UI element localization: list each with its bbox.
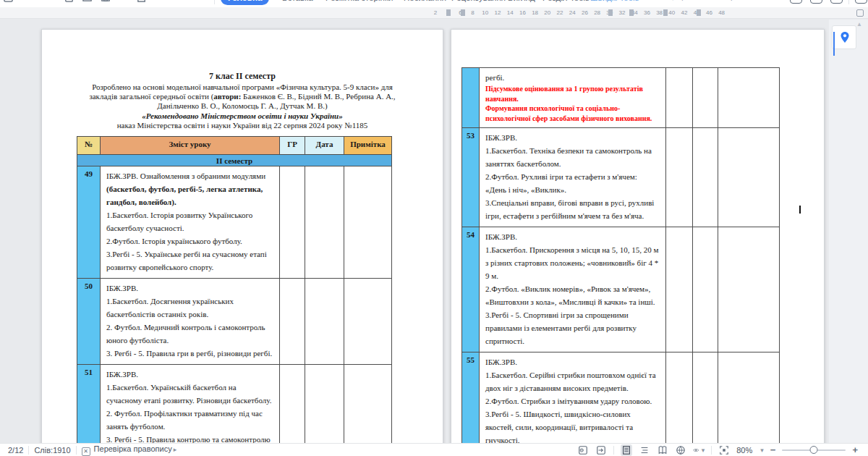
spellcheck-toggle[interactable]: ✕Перевірка правопису▸ xyxy=(77,444,182,456)
statusbar: 2/12 Слів:1910 ✕Перевірка правопису▸ ▾ 8… xyxy=(0,443,868,456)
gr-cell[interactable] xyxy=(280,279,305,365)
ruler-number: 26 xyxy=(582,9,588,16)
menu-tab-0[interactable]: Головна xyxy=(221,0,269,5)
ruler-table-marker[interactable] xyxy=(697,9,701,16)
open-icon[interactable] xyxy=(82,0,93,3)
gr-cell[interactable] xyxy=(666,227,693,352)
print-layout-view-icon[interactable] xyxy=(621,444,632,456)
gr-cell[interactable] xyxy=(280,166,305,279)
lesson-paragraph: ІБЖ.ЗРВ. Ознайомлення з обраними модулям… xyxy=(106,169,273,208)
spellcheck-label: Перевірка правопису xyxy=(94,444,172,453)
lesson-content-cell[interactable]: ІБЖ.ЗРВ.1.Баскетбол. Серійні стрибки пош… xyxy=(480,352,666,444)
page-indicator[interactable]: 2/12 xyxy=(3,446,28,455)
menubar-divider xyxy=(214,0,215,4)
lesson-row: 54ІБЖ.ЗРВ.1.Баскетбол. Прискорення з міс… xyxy=(462,227,780,352)
zoom-caret-icon[interactable]: ▾ xyxy=(759,447,764,454)
ruler-table-marker[interactable] xyxy=(629,9,634,16)
reading-eye-icon[interactable]: ▾ xyxy=(693,444,705,456)
date-cell[interactable] xyxy=(693,227,718,352)
undo-icon[interactable] xyxy=(168,0,179,3)
date-cell[interactable] xyxy=(305,279,344,365)
lesson-paragraph: 3.Регбі - 5. Швидкості, швидкісно-силови… xyxy=(485,408,660,443)
gr-cell[interactable] xyxy=(666,68,693,128)
gr-cell[interactable] xyxy=(666,352,693,444)
print-icon[interactable] xyxy=(118,0,129,3)
ruler-table-marker[interactable] xyxy=(446,9,451,16)
date-cell[interactable] xyxy=(305,365,344,444)
schedule-table-page2[interactable]: регбі.Підсумкове оцінювання за 1 групою … xyxy=(461,67,780,443)
note-cell[interactable] xyxy=(718,352,780,444)
menu-tab-2[interactable]: Розмітка сторінки xyxy=(318,0,400,5)
column-header-4: Примітка xyxy=(344,137,392,155)
gr-cell[interactable] xyxy=(280,365,305,444)
fit-page-icon[interactable] xyxy=(718,444,730,456)
search-placeholder: Скажіть, що ви хочете зробити xyxy=(643,0,757,1)
ruler-toggle-icon[interactable] xyxy=(856,9,864,17)
note-cell[interactable] xyxy=(344,166,392,279)
redo-icon[interactable] xyxy=(190,0,200,3)
document-page-2[interactable]: регбі.Підсумкове оцінювання за 1 групою … xyxy=(451,29,825,443)
lesson-content-cell[interactable]: ІБЖ.ЗРВ.1.Баскетбол. Досягнення українсь… xyxy=(101,279,280,365)
zoom-value[interactable]: 80% xyxy=(736,446,752,455)
outline-view-icon[interactable] xyxy=(639,444,650,456)
app-menu-icon[interactable] xyxy=(3,0,14,3)
note-cell[interactable] xyxy=(718,227,780,352)
horizontal-ruler[interactable]: 2468101214161820222426283032343638404244… xyxy=(0,7,868,19)
lesson-text-segment: 3.Регбі - 5. Швидкості, швидкісно-силови… xyxy=(485,410,633,443)
document-page-1[interactable]: 7 клас II семестр Розроблено на основі м… xyxy=(41,29,443,443)
toolbar-window-icon-1[interactable] xyxy=(790,0,802,4)
doc-recommendation-line: «Рекомендовано Міністерством освіти і на… xyxy=(42,111,443,121)
lesson-content-cell[interactable]: ІБЖ.ЗРВ.1.Баскетбол. Українській баскетб… xyxy=(101,365,280,444)
lesson-content-cell[interactable]: ІБЖ.ЗРВ.1.Баскетбол. Техніка безпеки та … xyxy=(480,128,666,227)
ruler-table-marker[interactable] xyxy=(461,9,465,16)
lesson-paragraph: ІБЖ.ЗРВ. xyxy=(485,230,660,243)
ruler-number: 16 xyxy=(519,9,526,16)
lesson-content-cell[interactable]: ІБЖ.ЗРВ.1.Баскетбол. Прискорення з місця… xyxy=(480,227,666,352)
search-box[interactable]: ⌕Скажіть, що ви хочете зробити xyxy=(635,0,757,1)
save-icon[interactable] xyxy=(100,0,111,3)
date-cell[interactable] xyxy=(305,166,344,279)
lesson-content-cell[interactable]: ІБЖ.ЗРВ. Ознайомлення з обраними модулям… xyxy=(101,166,280,279)
page-history-icon[interactable] xyxy=(577,444,589,456)
lesson-text-segment: 3. Регбі - 5. Правила контролю та самоко… xyxy=(106,435,271,443)
lesson-text-segment: 3.Спеціальні вправи, бігові вправи в рус… xyxy=(485,198,654,220)
ruler-number: 40 xyxy=(668,9,675,16)
lesson-text-segment: ІБЖ.ЗРВ. xyxy=(485,133,517,142)
lesson-content-cell[interactable]: регбі.Підсумкове оцінювання за 1 групою … xyxy=(480,68,666,128)
ruler-number: 18 xyxy=(532,9,538,16)
toolbar-window-icon-4[interactable] xyxy=(855,0,867,4)
document-canvas[interactable]: 7 клас II семестр Розроблено на основі м… xyxy=(0,20,829,443)
gr-cell[interactable] xyxy=(666,128,693,227)
goto-page-icon[interactable] xyxy=(595,444,607,456)
toolbar-window-icon-2[interactable] xyxy=(810,0,822,4)
word-count[interactable]: Слів:1910 xyxy=(29,446,75,455)
book-view-icon[interactable] xyxy=(657,444,668,456)
schedule-table-page1[interactable]: №Зміст урокуГРДатаПриміткаII семестр49ІБ… xyxy=(77,136,392,443)
preview-icon[interactable] xyxy=(136,0,147,3)
date-cell[interactable] xyxy=(693,68,718,128)
zoom-in-icon[interactable]: + xyxy=(852,444,858,455)
doc-title: 7 клас II семестр xyxy=(42,30,443,82)
date-cell[interactable] xyxy=(693,352,718,444)
ruler-number: 2 xyxy=(434,9,437,16)
zoom-slider-knob[interactable] xyxy=(810,446,818,454)
note-cell[interactable] xyxy=(344,279,392,365)
note-cell[interactable] xyxy=(718,68,780,128)
navigation-pin-button[interactable] xyxy=(832,25,856,49)
web-view-icon[interactable] xyxy=(675,444,686,456)
lesson-text-segment: 3. Регбі - 5. Правила гри в регбі, різно… xyxy=(106,349,272,358)
note-cell[interactable] xyxy=(344,365,392,444)
right-panel: ▲ xyxy=(829,20,868,443)
ruler-number: 10 xyxy=(482,9,488,16)
zoom-slider[interactable] xyxy=(782,449,846,451)
ruler-table-marker[interactable] xyxy=(608,9,613,16)
menu-tab-1[interactable]: Вставка xyxy=(275,0,320,5)
note-cell[interactable] xyxy=(718,128,780,227)
ruler-table-marker[interactable] xyxy=(663,9,668,16)
toolbar-window-icon-3[interactable] xyxy=(830,0,843,4)
new-doc-icon[interactable] xyxy=(64,0,75,3)
lesson-text-segment: 1.Баскетбол. Українській баскетбол на су… xyxy=(106,383,271,405)
zoom-out-icon[interactable]: − xyxy=(770,444,776,455)
scroll-up-arrow[interactable]: ▲ xyxy=(856,21,862,28)
date-cell[interactable] xyxy=(693,128,718,227)
